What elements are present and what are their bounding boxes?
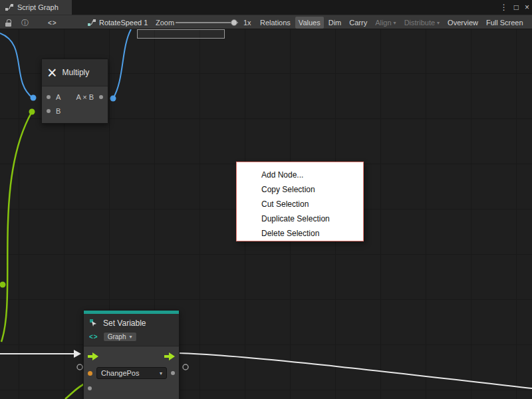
multiply-node-title: Multiply: [63, 68, 90, 77]
port-a-label: A: [56, 93, 61, 101]
zoom-slider-thumb[interactable]: [231, 19, 237, 26]
maximize-icon[interactable]: □: [514, 3, 519, 12]
wire-blue-in: [0, 33, 33, 98]
multiply-node-body: A A × B B: [42, 86, 108, 123]
dim-button[interactable]: Dim: [325, 17, 345, 29]
distribute-label: Distribute: [404, 19, 435, 27]
relations-button[interactable]: Relations: [257, 17, 294, 29]
fullscreen-button[interactable]: Full Screen: [483, 17, 527, 29]
set-variable-icon: [89, 319, 98, 328]
tab-bar: Script Graph ⋮ □ ×: [0, 0, 532, 15]
menu-item-cut-selection[interactable]: Cut Selection: [237, 197, 363, 211]
port-dot-green[interactable]: [0, 282, 6, 288]
port-b-label: B: [56, 107, 61, 115]
tab-script-graph[interactable]: Script Graph: [0, 0, 72, 15]
chevron-down-icon: ▾: [129, 334, 132, 340]
ring-port[interactable]: [183, 364, 188, 370]
set-variable-title: Set Variable: [103, 319, 146, 328]
menu-item-add-node[interactable]: Add Node...: [237, 168, 363, 182]
wire-blue-out: [113, 29, 131, 98]
scope-dropdown[interactable]: Graph ▾: [103, 332, 137, 342]
scope-label: Graph: [108, 333, 126, 340]
script-graph-window: Script Graph ⋮ □ × ⓘ <> RotateSpeed 1 Zo…: [0, 0, 532, 399]
port-dot-blue[interactable]: [31, 95, 37, 101]
graph-reference-button[interactable]: RotateSpeed 1: [88, 15, 148, 30]
node-placeholder: [137, 29, 225, 39]
ring-port[interactable]: [77, 364, 82, 370]
window-controls: ⋮ □ ×: [500, 0, 529, 15]
code-preview-icon[interactable]: <>: [48, 15, 57, 30]
menu-item-duplicate-selection[interactable]: Duplicate Selection: [237, 211, 363, 226]
values-button[interactable]: Values: [295, 17, 324, 29]
port-a-input[interactable]: [47, 95, 51, 99]
carry-button[interactable]: Carry: [346, 17, 370, 29]
overview-button[interactable]: Overview: [444, 17, 481, 29]
set-variable-body: ChangePos ▾: [84, 346, 179, 399]
extra-port-row: [84, 382, 179, 395]
variable-input-port[interactable]: [88, 371, 92, 376]
value-output-port[interactable]: [171, 371, 175, 375]
graph-canvas[interactable]: × Multiply A A × B B: [0, 29, 532, 399]
port-b-input[interactable]: [47, 109, 51, 113]
align-button: Align ▾: [372, 17, 399, 29]
set-variable-header[interactable]: Set Variable <> Graph ▾: [84, 314, 179, 346]
chevron-down-icon: ▾: [394, 20, 396, 26]
close-icon[interactable]: ×: [525, 3, 529, 12]
wire-flow-out: [178, 353, 532, 388]
scope-row: <> Graph ▾: [89, 331, 174, 342]
zoom-slider[interactable]: [176, 22, 238, 23]
port-row-a: A A × B: [42, 90, 108, 104]
distribute-button: Distribute ▾: [401, 17, 443, 29]
flow-output-port[interactable]: [164, 352, 175, 360]
zoom-value: 1x: [243, 15, 251, 30]
port-result-output[interactable]: [99, 95, 103, 99]
kebab-menu-icon[interactable]: ⋮: [500, 3, 508, 12]
flow-input-port[interactable]: [88, 352, 98, 360]
node-multiply[interactable]: × Multiply A A × B B: [41, 59, 108, 124]
toolbar-buttons: Relations Values Dim Carry Align ▾ Distr…: [257, 15, 527, 30]
lock-icon[interactable]: [5, 19, 13, 27]
graph-toolbar: ⓘ <> RotateSpeed 1 Zoom 1x Relations Val…: [0, 15, 532, 29]
port-dot-green[interactable]: [29, 109, 35, 115]
variable-row: ChangePos ▾: [84, 364, 179, 382]
multiply-node-header[interactable]: × Multiply: [42, 59, 108, 86]
graph-reference-label: RotateSpeed 1: [99, 19, 148, 27]
menu-item-copy-selection[interactable]: Copy Selection: [237, 182, 363, 197]
chevron-down-icon: ▾: [160, 370, 162, 376]
wire-green-long: [1, 112, 32, 342]
variable-name: ChangePos: [101, 369, 140, 377]
script-graph-icon: [88, 19, 96, 27]
multiply-icon: ×: [47, 65, 57, 81]
script-graph-icon: [5, 3, 13, 11]
tab-label: Script Graph: [17, 3, 59, 11]
port-result-label: A × B: [76, 93, 94, 101]
context-menu: Add Node... Copy Selection Cut Selection…: [236, 162, 364, 241]
lock-body: [5, 23, 11, 27]
align-label: Align: [375, 19, 391, 27]
menu-item-delete-selection[interactable]: Delete Selection: [237, 226, 363, 241]
flow-row: [84, 346, 179, 364]
set-variable-title-row: Set Variable: [89, 317, 174, 330]
flow-arrowhead-icon: [74, 350, 81, 358]
info-icon[interactable]: ⓘ: [21, 15, 29, 30]
zoom-label: Zoom: [156, 15, 174, 30]
value-input-port[interactable]: [88, 386, 92, 390]
graph-scope-icon: <>: [89, 333, 98, 340]
variable-dropdown[interactable]: ChangePos ▾: [96, 367, 167, 379]
port-row-b: B: [42, 104, 108, 118]
port-dot-blue[interactable]: [110, 96, 116, 102]
chevron-down-icon: ▾: [437, 20, 440, 26]
node-set-variable[interactable]: Set Variable <> Graph ▾: [83, 310, 180, 399]
